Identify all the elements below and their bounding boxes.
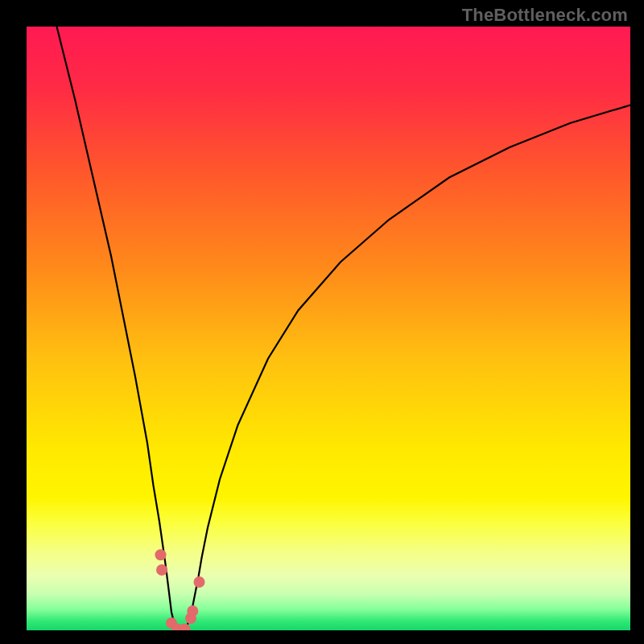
curve-markers (155, 549, 205, 630)
plot-area (27, 27, 630, 630)
curve-marker (180, 624, 191, 631)
watermark-text: TheBottleneck.com (462, 5, 628, 26)
curve-marker (156, 564, 167, 576)
curve-marker (187, 605, 198, 617)
curve-marker (194, 576, 205, 588)
curve-line (57, 27, 631, 630)
bottleneck-curve (27, 27, 630, 630)
chart-frame: TheBottleneck.com (0, 0, 644, 644)
curve-marker (155, 549, 167, 560)
